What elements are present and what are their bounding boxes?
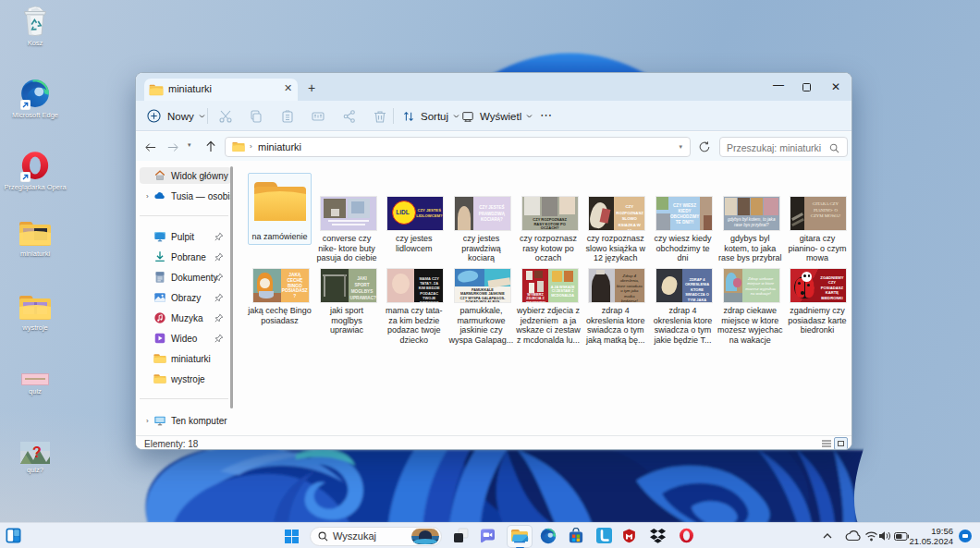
svg-text:?: ?: [32, 444, 42, 460]
